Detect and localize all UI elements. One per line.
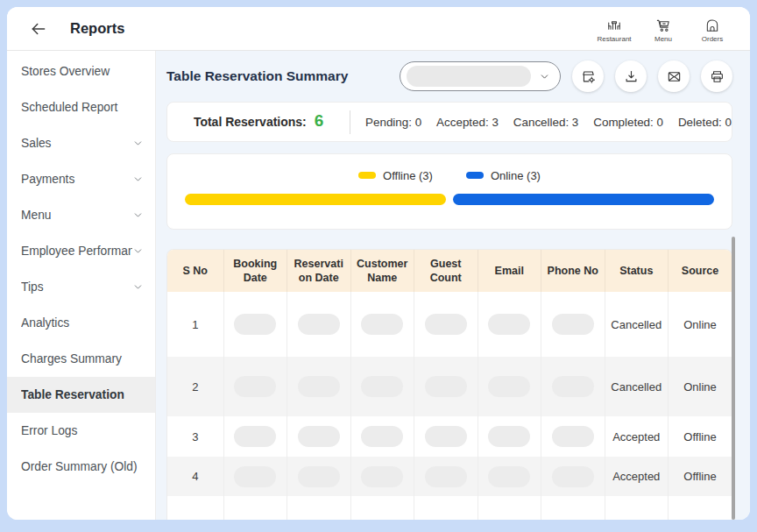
redacted-value [488, 466, 530, 487]
cell-redacted [350, 457, 414, 496]
store-gear-icon [580, 68, 597, 85]
table-scrollbar[interactable] [732, 237, 735, 520]
cell-redacted [541, 292, 605, 357]
cell-redacted [414, 357, 478, 416]
sidebar-item-label: Sales [21, 137, 132, 150]
cell-redacted [223, 357, 287, 416]
cell-redacted [414, 457, 478, 496]
table-row-partial [167, 496, 732, 520]
nav-orders[interactable]: Orders [692, 15, 732, 43]
redacted-value [552, 314, 594, 335]
cell-source: Offline [669, 457, 732, 496]
cell-status: Cancelled [605, 292, 669, 357]
status-count-accepted: Accepted: 3 [436, 116, 499, 129]
sidebar-item-label: Order Summary (Old) [21, 460, 144, 473]
chevron-down-icon [132, 209, 144, 221]
sidebar-item-tips[interactable]: Tips [7, 269, 155, 305]
arrow-left-icon [30, 20, 47, 38]
sidebar-item-employee-performance[interactable]: Employee Performance [7, 233, 155, 269]
cell-redacted [414, 292, 478, 357]
cell-redacted [287, 416, 351, 457]
cell-redacted [223, 292, 287, 357]
cell-source: Offline [669, 416, 732, 457]
cell-redacted [478, 357, 541, 416]
sidebar-item-label: Stores Overview [21, 65, 144, 78]
status-count-cancelled: Cancelled: 3 [513, 116, 578, 129]
sidebar-item-error-logs[interactable]: Error Logs [7, 413, 155, 449]
cell-redacted [541, 457, 605, 496]
legend-swatch [466, 172, 484, 179]
redacted-value [425, 466, 467, 487]
sidebar-item-scheduled-report[interactable]: Scheduled Report [7, 89, 155, 125]
redacted-value [234, 376, 276, 397]
total-reservations: Total Reservations: 6 [167, 112, 350, 131]
sidebar-item-analytics[interactable]: Analytics [7, 305, 155, 341]
chevron-down-icon [132, 138, 144, 149]
sidebar-item-label: Menu [21, 209, 132, 222]
col-header-email: Email [478, 250, 541, 292]
sidebar-item-menu[interactable]: Menu [7, 197, 155, 233]
chart-bar-online [453, 194, 714, 205]
status-count-completed: Completed: 0 [593, 116, 663, 129]
chevron-down-icon [132, 281, 144, 293]
cell-redacted [541, 416, 605, 457]
nav-menu[interactable]: Menu [643, 15, 683, 43]
col-header-guest-count: Guest Count [414, 250, 478, 292]
email-button[interactable] [658, 60, 690, 92]
redacted-value [298, 314, 340, 335]
redacted-value [488, 314, 530, 335]
cell-s-no: 4 [167, 457, 223, 496]
app-window: Reports Restaurant Menu [7, 7, 750, 520]
redacted-value [298, 426, 340, 447]
sidebar-item-payments[interactable]: Payments [7, 161, 155, 197]
summary-card: Total Reservations: 6 Pending: 0Accepted… [166, 102, 732, 142]
sidebar-item-label: Analytics [21, 316, 144, 330]
col-header-phone-no: Phone No [541, 250, 605, 292]
sidebar-item-label: Payments [21, 173, 132, 186]
sidebar-item-table-reservation[interactable]: Table Reservation [7, 377, 155, 413]
sidebar-item-label: Tips [21, 280, 132, 294]
top-nav-actions: Restaurant Menu Orders [594, 15, 732, 43]
summary-stats: Pending: 0Accepted: 3Cancelled: 3Complet… [350, 116, 732, 129]
orders-icon [704, 17, 721, 34]
cell-redacted [287, 357, 351, 416]
col-header-source: Source [669, 250, 732, 292]
cell-redacted [414, 416, 478, 457]
back-button[interactable] [28, 18, 49, 39]
main-content: Table Reservation Summary [156, 51, 750, 520]
chart-legend: Offline (3)Online (3) [185, 168, 714, 182]
store-settings-button[interactable] [572, 60, 604, 92]
cell-redacted [478, 292, 541, 357]
col-header-reservation-date: Reservation Date [287, 250, 351, 292]
legend-item-offline[interactable]: Offline (3) [358, 169, 433, 182]
envelope-icon [666, 68, 683, 85]
sidebar-item-order-summary-old[interactable]: Order Summary (Old) [7, 449, 155, 485]
cell-redacted [223, 457, 287, 496]
nav-restaurant[interactable]: Restaurant [594, 15, 634, 43]
status-count-pending: Pending: 0 [365, 116, 421, 129]
redacted-value [298, 466, 340, 487]
sidebar-item-charges-summary[interactable]: Charges Summary [7, 341, 155, 377]
cell-redacted [478, 457, 541, 496]
redacted-value [425, 426, 467, 447]
legend-item-online[interactable]: Online (3) [466, 169, 541, 182]
reservation-table-card: S NoBooking DateReservation DateCustomer… [166, 249, 732, 520]
cell-status: Accepted [605, 416, 669, 457]
store-select-dropdown[interactable] [400, 61, 561, 91]
download-icon [623, 68, 640, 85]
nav-restaurant-label: Restaurant [597, 35, 631, 43]
sidebar-item-sales[interactable]: Sales [7, 125, 155, 161]
sidebar-item-stores-overview[interactable]: Stores Overview [7, 53, 155, 89]
download-button[interactable] [615, 60, 647, 92]
sidebar-item-label: Employee Performance [21, 245, 132, 258]
legend-label: Offline (3) [383, 169, 433, 182]
toolbar [400, 60, 732, 92]
print-button[interactable] [701, 60, 732, 92]
table-row: 2CancelledOnline [167, 357, 732, 416]
app-body: Stores OverviewScheduled ReportSalesPaym… [7, 51, 750, 520]
reservation-table-body: 1CancelledOnline2CancelledOnline3Accepte… [167, 292, 732, 520]
cell-redacted [287, 457, 351, 496]
cell-redacted [350, 292, 414, 357]
total-reservations-value: 6 [315, 111, 324, 131]
cell-redacted [223, 416, 287, 457]
